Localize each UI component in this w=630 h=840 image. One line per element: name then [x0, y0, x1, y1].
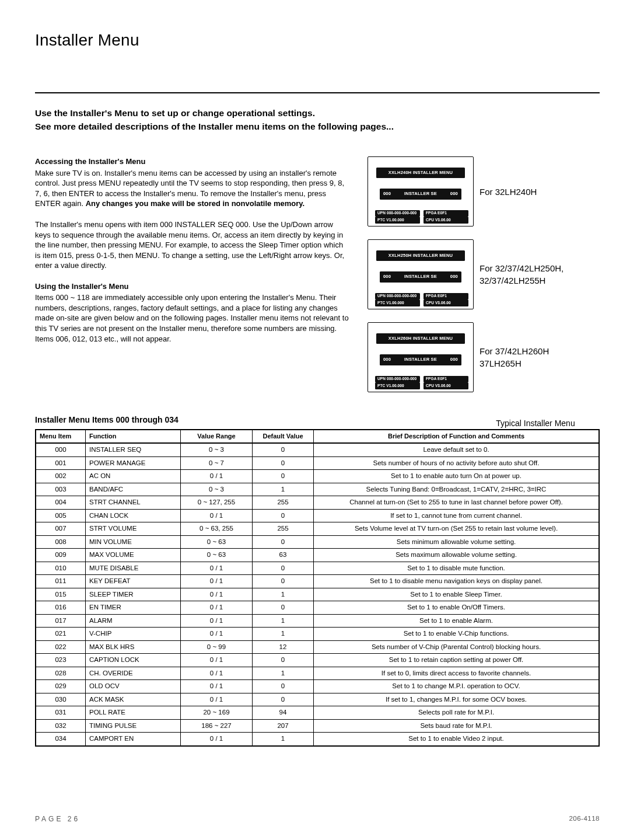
cell-value-range: 0 / 1 — [181, 680, 253, 693]
menu-footer-cpu: CPU V3.06.00 — [424, 382, 468, 389]
cell-menu-item: 002 — [36, 470, 86, 483]
table-row: 009MAX VOLUME0 ~ 6363Sets maximum allowa… — [36, 549, 599, 562]
menu-block: XXLH260H INSTALLER MENU000INSTALLER SE00… — [359, 322, 593, 392]
menu-model-label: For 37/42LH260H 37LH265H — [474, 345, 593, 370]
cell-value-range: 0 / 1 — [181, 601, 253, 615]
table-row: 011KEY DEFEAT0 / 10Set to 1 to disable m… — [36, 575, 599, 588]
rule — [35, 92, 600, 93]
cell-default-value: 0 — [253, 601, 314, 615]
cell-default-value: 12 — [253, 640, 314, 654]
typical-installer-menu-caption: Typical Installer Menu — [471, 418, 600, 429]
cell-default-value: 0 — [253, 693, 314, 706]
cell-description: Sets Volume level at TV turn-on (Set 255… — [314, 522, 600, 536]
menu-line-right: 000 — [450, 191, 458, 197]
table-row: 029OLD OCV0 / 10Set to 1 to change M.P.I… — [36, 680, 599, 693]
table-row: 030ACK MASK0 / 10If set to 1, changes M.… — [36, 693, 599, 706]
cell-menu-item: 030 — [36, 693, 86, 706]
cell-description: Sets number of V-Chip (Parental Control)… — [314, 640, 600, 654]
cell-function: EN TIMER — [86, 601, 181, 615]
cell-value-range: 0 ~ 63 — [181, 549, 253, 562]
menu-footer-ptc: PTC V1.00.000 — [375, 217, 420, 224]
menu-card-header: XXLH250H INSTALLER MENU — [376, 250, 465, 261]
cell-description: Sets maximum allowable volume setting. — [314, 549, 600, 562]
cell-value-range: 0 ~ 7 — [181, 456, 253, 470]
cell-description: Set to 1 to enable Sleep Timer. — [314, 588, 600, 601]
menu-footer-fpga: FPGA E0F1 — [424, 376, 468, 383]
cell-description: Sets minimum allowable volume setting. — [314, 535, 600, 549]
cell-default-value: 207 — [253, 719, 314, 733]
cell-default-value: 255 — [253, 522, 314, 536]
cell-menu-item: 007 — [36, 522, 86, 536]
cell-function: MAX VOLUME — [86, 549, 181, 562]
cell-description: Set to 1 to enable Video 2 input. — [314, 733, 600, 746]
cell-function: SLEEP TIMER — [86, 588, 181, 601]
menu-card-line: 000INSTALLER SE000 — [380, 271, 461, 282]
cell-menu-item: 032 — [36, 719, 86, 733]
cell-description: If set to 1, changes M.P.I. for some OCV… — [314, 693, 600, 706]
cell-menu-item: 011 — [36, 575, 86, 588]
cell-value-range: 0 ~ 3 — [181, 443, 253, 456]
cell-function: BAND/AFC — [86, 483, 181, 496]
cell-menu-item: 017 — [36, 614, 86, 628]
table-row: 015SLEEP TIMER0 / 11Set to 1 to enable S… — [36, 588, 599, 601]
cell-value-range: 0 / 1 — [181, 733, 253, 746]
menu-card-header: XXLH260H INSTALLER MENU — [376, 333, 465, 344]
page-title: Installer Menu — [35, 29, 600, 51]
cell-description: Selects Tuning Band: 0=Broadcast, 1=CATV… — [314, 483, 600, 496]
menu-footer-fpga: FPGA E0F1 — [424, 210, 468, 217]
cell-description: Set to 1 to enable Alarm. — [314, 614, 600, 628]
cell-default-value: 0 — [253, 680, 314, 693]
table-title: Installer Menu Items 000 through 034 — [35, 414, 178, 426]
cell-menu-item: 031 — [36, 706, 86, 720]
cell-default-value: 255 — [253, 496, 314, 510]
cell-menu-item: 015 — [36, 588, 86, 601]
th-value-range: Value Range — [181, 430, 253, 443]
cell-menu-item: 023 — [36, 654, 86, 667]
cell-description: Leave default set to 0. — [314, 443, 600, 456]
cell-default-value: 1 — [253, 483, 314, 496]
cell-value-range: 0 ~ 63 — [181, 535, 253, 549]
menu-block: XXLH240H INSTALLER MENU000INSTALLER SE00… — [359, 156, 593, 226]
cell-menu-item: 005 — [36, 509, 86, 522]
cell-value-range: 20 ~ 169 — [181, 706, 253, 720]
access-para-1: Make sure TV is on. Installer's menu ite… — [35, 168, 350, 209]
cell-value-range: 0 / 1 — [181, 575, 253, 588]
cell-menu-item: 022 — [36, 640, 86, 654]
cell-default-value: 0 — [253, 443, 314, 456]
document-id: 206-4118 — [569, 814, 600, 824]
cell-default-value: 0 — [253, 470, 314, 483]
cell-value-range: 186 ~ 227 — [181, 719, 253, 733]
cell-default-value: 0 — [253, 562, 314, 575]
cell-default-value: 63 — [253, 549, 314, 562]
cell-default-value: 1 — [253, 628, 314, 641]
cell-description: Set to 1 to enable On/Off Timers. — [314, 601, 600, 615]
table-row: 028CH. OVERIDE0 / 11If set to 0, limits … — [36, 667, 599, 680]
access-p1-bold: Any changes you make will be stored in n… — [86, 199, 304, 208]
cell-description: Set to 1 to enable V-Chip functions. — [314, 628, 600, 641]
table-row: 016EN TIMER0 / 10Set to 1 to enable On/O… — [36, 601, 599, 615]
cell-default-value: 1 — [253, 588, 314, 601]
cell-menu-item: 016 — [36, 601, 86, 615]
menu-card-line: 000INSTALLER SE000 — [380, 189, 461, 199]
cell-function: POWER MANAGE — [86, 456, 181, 470]
cell-description: Set to 1 to retain caption setting at po… — [314, 654, 600, 667]
table-row: 022MAX BLK HRS0 ~ 9912Sets number of V-C… — [36, 640, 599, 654]
using-para-1: Items 000 ~ 118 are immediately accessib… — [35, 292, 350, 344]
menu-footer-upn: UPN 000-000-000-000 — [375, 210, 420, 217]
menu-card-footer: UPN 000-000-000-000PTC V1.00.000FPGA E0F… — [375, 210, 468, 224]
table-row: 017ALARM0 / 11Set to 1 to enable Alarm. — [36, 614, 599, 628]
table-row: 000INSTALLER SEQ0 ~ 30Leave default set … — [36, 443, 599, 456]
cell-description: Selects poll rate for M.P.I. — [314, 706, 600, 720]
menu-card-line: 000INSTALLER SE000 — [380, 354, 461, 365]
table-row: 004STRT CHANNEL0 ~ 127, 255255Channel at… — [36, 496, 599, 510]
cell-menu-item: 028 — [36, 667, 86, 680]
th-function: Function — [86, 430, 181, 443]
menu-line-mid: INSTALLER SE — [404, 274, 437, 280]
table-row: 008MIN VOLUME0 ~ 630Sets minimum allowab… — [36, 535, 599, 549]
cell-value-range: 0 / 1 — [181, 509, 253, 522]
cell-description: Set to 1 to disable mute function. — [314, 562, 600, 575]
cell-menu-item: 000 — [36, 443, 86, 456]
cell-default-value: 1 — [253, 614, 314, 628]
cell-description: Sets number of hours of no activity befo… — [314, 456, 600, 470]
cell-function: ALARM — [86, 614, 181, 628]
